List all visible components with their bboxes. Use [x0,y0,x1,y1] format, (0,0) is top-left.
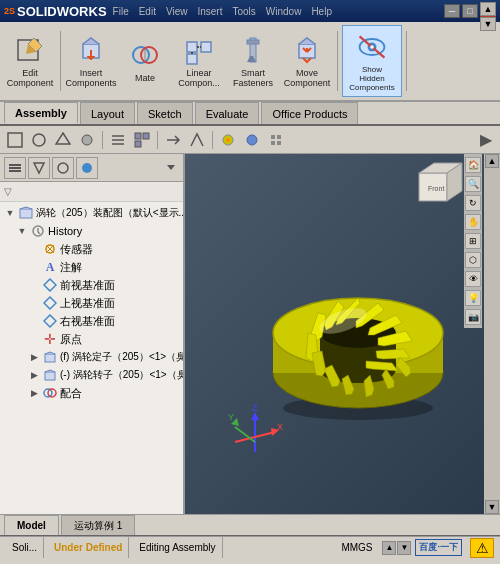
menu-insert-title[interactable]: Insert [197,6,222,17]
menu-tools-title[interactable]: Tools [232,6,255,17]
st-btn-5[interactable] [131,129,153,151]
toolbar-scroll-down[interactable]: ▼ [480,17,496,31]
coordinate-triad: X Y Z [225,402,285,464]
insert-components-button[interactable]: InsertComponents [65,25,117,97]
pt-btn-2[interactable] [52,157,74,179]
tree-front-plane[interactable]: ▶ 前视基准面 [26,276,181,294]
pt-btn-0[interactable] [4,157,26,179]
top-plane-icon [42,295,58,311]
tab-layout[interactable]: Layout [80,102,135,124]
st-btn-10[interactable] [265,129,287,151]
status-bar: Soli... Under Defined Editing Assembly M… [0,536,500,558]
pt-btn-3[interactable] [76,157,98,179]
baidu-logo: 百度·一下 [415,539,462,556]
tree-sensor[interactable]: ▶ 传感器 [26,240,181,258]
svg-point-22 [58,163,68,173]
tree-history[interactable]: ▼ History [14,222,181,240]
smart-fasteners-button[interactable]: SmartFasteners [227,25,279,97]
svg-point-21 [247,135,257,145]
pt-btn-1[interactable] [28,157,50,179]
scroll-down-button[interactable]: ▼ [485,500,499,514]
mate-label: Mate [135,73,155,83]
linear-component-icon [183,34,215,66]
menu-window-title[interactable]: Window [266,6,302,17]
sw-logo: SOLIDWORKS [17,4,107,19]
viewport-scrollbar[interactable]: ▲ ▼ [484,154,500,514]
feature-tabs: Assembly Layout Sketch Evaluate Office P… [0,102,500,126]
vpt-rotate-button[interactable]: ↻ [465,195,481,211]
tree-root-label: 涡轮（205）装配图（默认<显示... [36,206,183,220]
tab-sketch[interactable]: Sketch [137,102,193,124]
tree-right-plane[interactable]: ▶ 右视基准面 [26,312,181,330]
vpt-zoom-button[interactable]: 🔍 [465,176,481,192]
tree-origin-label: 原点 [60,332,82,347]
menu-view-title[interactable]: View [166,6,188,17]
tree-mate[interactable]: ▶ 配合 [26,384,181,402]
st-btn-2[interactable] [52,129,74,151]
tree-history-label: History [48,225,82,237]
svg-rect-24 [20,209,32,218]
toolbar-separator-3 [406,31,407,91]
maximize-button[interactable]: □ [462,4,478,18]
svg-point-20 [226,138,230,142]
tab-evaluate[interactable]: Evaluate [195,102,260,124]
warning-icon[interactable]: ⚠ [470,538,494,558]
sensor-icon [42,241,58,257]
annotation-icon: A [42,259,58,275]
st-btn-0[interactable] [4,129,26,151]
svg-rect-18 [135,141,141,147]
minimize-button[interactable]: ─ [444,4,460,18]
tab-assembly[interactable]: Assembly [4,102,78,124]
tree-origin[interactable]: ▶ ✛ 原点 [26,330,181,348]
svg-text:Z: Z [252,403,258,413]
st-btn-8[interactable] [217,129,239,151]
show-hidden-button[interactable]: ShowHiddenComponents [342,25,402,97]
view-cube[interactable]: Front [414,158,464,208]
3d-viewport[interactable]: 🏠 🔍 ↻ ✋ ⊞ ⬡ 👁 💡 📷 Front [185,154,500,514]
st-btn-4[interactable] [107,129,129,151]
units-up-button[interactable]: ▲ [382,541,396,555]
tree-front-plane-label: 前视基准面 [60,278,115,293]
tree-rotor[interactable]: ▶ (-) 涡轮转子（205）<1>（臭... [26,366,181,384]
st-separator-2 [157,131,158,149]
mate-tree-icon [42,385,58,401]
tree-stator[interactable]: ▶ (f) 涡轮定子（205）<1>（臭... [26,348,181,366]
svg-rect-27 [45,354,55,362]
history-expand-icon: ▼ [16,225,28,237]
linear-component-label: LinearCompon... [178,68,220,88]
tree-mate-label: 配合 [60,386,82,401]
smart-fasteners-label: SmartFasteners [233,68,273,88]
vpt-pan-button[interactable]: ✋ [465,214,481,230]
units-down-button[interactable]: ▼ [397,541,411,555]
mate-button[interactable]: Mate [119,25,171,97]
main-area: ▽ ▼ 涡轮（205）装配图（默认<显示... ▼ History [0,154,500,514]
menu-help-title[interactable]: Help [311,6,332,17]
st-btn-9[interactable] [241,129,263,151]
tab-model[interactable]: Model [4,515,59,535]
toolbar-separator-1 [60,31,61,91]
tree-top-plane[interactable]: ▶ 上视基准面 [26,294,181,312]
menu-file-title[interactable]: File [113,6,129,17]
scroll-up-button[interactable]: ▲ [485,154,499,168]
edit-component-button[interactable]: EditComponent [4,25,56,97]
toolbar-scroll-up[interactable]: ▲ [480,2,496,16]
st-btn-3[interactable] [76,129,98,151]
tree-annotation[interactable]: ▶ A 注解 [26,258,181,276]
menu-edit-title[interactable]: Edit [139,6,156,17]
svg-point-14 [33,134,45,146]
expand-icon: ▼ [4,207,16,219]
tab-motion-study[interactable]: 运动算例 1 [61,515,135,535]
svg-rect-6 [187,54,197,64]
st-btn-6[interactable] [162,129,184,151]
vpt-home-button[interactable]: 🏠 [465,157,481,173]
panel-expand-button[interactable]: ▶ [476,130,496,150]
linear-component-button[interactable]: LinearCompon... [173,25,225,97]
st-btn-7[interactable] [186,129,208,151]
move-component-button[interactable]: MoveComponent [281,25,333,97]
units-display: MMGS [335,542,378,553]
tree-root[interactable]: ▼ 涡轮（205）装配图（默认<显示... [2,204,181,222]
svg-rect-5 [201,42,211,52]
st-btn-1[interactable] [28,129,50,151]
panel-arrow[interactable] [163,159,179,177]
tab-office-products[interactable]: Office Products [261,102,358,124]
